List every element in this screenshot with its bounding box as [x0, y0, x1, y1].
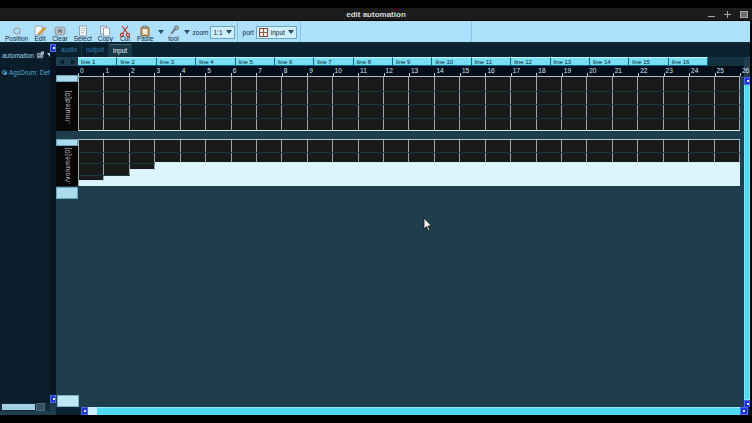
automation-cell[interactable]	[664, 140, 689, 186]
automation-cell[interactable]	[206, 140, 231, 186]
automation-cell[interactable]	[181, 140, 206, 186]
select-icon	[77, 23, 89, 35]
automation-cell[interactable]	[359, 140, 384, 186]
line-tab[interactable]: line 10	[432, 57, 471, 66]
copy-button[interactable]: Copy	[95, 22, 116, 42]
corner-widget	[57, 395, 79, 407]
line-tab[interactable]: line 7	[314, 57, 353, 66]
tool-label: tool	[168, 35, 178, 42]
automation-cell[interactable]	[511, 140, 536, 186]
tool-button[interactable]: tool	[165, 22, 183, 42]
automation-grid-muted[interactable]	[78, 76, 740, 131]
ruler-number: 26	[742, 67, 749, 75]
tab-output[interactable]: output	[82, 44, 109, 57]
automation-cell[interactable]	[486, 140, 511, 186]
maximize-icon[interactable]	[723, 10, 732, 19]
select-button[interactable]: Select	[71, 22, 95, 42]
titlebar: edit automation	[0, 8, 752, 21]
automation-cell[interactable]	[562, 140, 587, 186]
scope-tabs: audiooutputinput	[56, 44, 750, 57]
line-tab[interactable]: line 4	[196, 57, 235, 66]
automation-cell[interactable]	[638, 140, 663, 186]
horizontal-scrollbar-thumb[interactable]	[97, 407, 740, 415]
port-dropdown-arrow-icon	[288, 30, 294, 34]
line-tab[interactable]: line 14	[590, 57, 629, 66]
ruler-number: 15	[462, 67, 469, 75]
automation-cell[interactable]	[587, 140, 612, 186]
paste-icon	[139, 23, 151, 35]
ruler-number: 14	[436, 67, 443, 75]
lane-meter-volume	[56, 139, 78, 146]
tab-audio[interactable]: audio	[57, 44, 82, 57]
position-button[interactable]: Position	[2, 22, 31, 42]
scroll-right-button[interactable]	[67, 57, 78, 66]
sidebar-scroll-down-button[interactable]	[50, 395, 56, 403]
hscroll-right-button[interactable]	[740, 407, 748, 415]
zoom-combo[interactable]: 1:1	[210, 26, 234, 39]
automation-cell[interactable]	[333, 140, 358, 186]
sidebar-horizontal-scrollbar[interactable]	[0, 403, 50, 411]
sidebar-hscroll-box[interactable]	[36, 403, 45, 411]
line-tab[interactable]: line 11	[472, 57, 511, 66]
ruler-number: 13	[411, 67, 418, 75]
right-arrow-icon	[70, 59, 76, 65]
sidebar-item-agsdrum[interactable]: AgsDrum: Defau	[0, 65, 50, 77]
hscroll-segment	[88, 407, 97, 415]
line-tab[interactable]: line 1	[78, 57, 117, 66]
automation-cell[interactable]	[537, 140, 562, 186]
sidebar-item-label: AgsDrum: Defau	[9, 69, 50, 76]
clear-icon	[54, 23, 66, 35]
automation-cell[interactable]	[308, 140, 333, 186]
ruler-number: 2	[131, 67, 135, 75]
automation-cell[interactable]	[257, 140, 282, 186]
clear-button[interactable]: Clear	[49, 22, 71, 42]
port-combo[interactable]: input	[256, 26, 297, 39]
sidebar-header[interactable]: automation	[0, 44, 50, 65]
automation-cell[interactable]	[155, 140, 180, 186]
vertical-scrollbar-thumb[interactable]	[744, 84, 750, 400]
sidebar-hscroll-thumb[interactable]	[2, 404, 35, 410]
ruler-number: 8	[284, 67, 288, 75]
ruler-number: 22	[640, 67, 647, 75]
automation-cell[interactable]	[715, 140, 740, 186]
line-tab[interactable]: line 3	[157, 57, 196, 66]
lane-label-text: ./muted[0]	[64, 90, 71, 124]
automation-cell[interactable]	[435, 140, 460, 186]
ruler-number: 19	[564, 67, 571, 75]
automation-cell[interactable]	[460, 140, 485, 186]
automation-cell[interactable]	[613, 140, 638, 186]
tool-dropdown-arrow-icon[interactable]	[183, 22, 191, 42]
line-tab[interactable]: line 6	[275, 57, 314, 66]
line-tab[interactable]: line 8	[354, 57, 393, 66]
automation-cell[interactable]	[409, 140, 434, 186]
toolbar-button-label: Paste	[137, 35, 154, 42]
automation-grid-volume[interactable]	[78, 139, 740, 186]
cut-button[interactable]: Cut	[116, 22, 134, 42]
line-tab[interactable]: line 13	[551, 57, 590, 66]
edit-button[interactable]: Edit	[31, 22, 49, 42]
ruler-number: 25	[717, 67, 724, 75]
scroll-left-button[interactable]	[56, 57, 67, 66]
paste-dropdown-arrow-icon[interactable]	[157, 22, 165, 42]
paste-button[interactable]: Paste	[134, 22, 157, 42]
line-tab[interactable]: line 5	[236, 57, 275, 66]
automation-cell[interactable]	[384, 140, 409, 186]
scroll-up-button[interactable]	[744, 77, 750, 85]
ruler-number: 20	[589, 67, 596, 75]
hscroll-left-button[interactable]	[81, 407, 88, 415]
minimize-icon[interactable]	[707, 10, 716, 19]
automation-cell[interactable]	[232, 140, 257, 186]
automation-cell[interactable]	[689, 140, 714, 186]
ruler-tick	[740, 73, 741, 76]
line-tab[interactable]: line 15	[629, 57, 668, 66]
line-tab[interactable]: line 9	[393, 57, 432, 66]
toolbar-button-label: Clear	[52, 35, 68, 42]
automation-cell[interactable]	[282, 140, 307, 186]
ruler-number: 6	[233, 67, 237, 75]
close-icon[interactable]	[739, 10, 748, 19]
line-tab[interactable]: line 16	[669, 57, 708, 66]
line-tab[interactable]: line 12	[511, 57, 550, 66]
line-tab[interactable]: line 2	[117, 57, 156, 66]
grid-line	[79, 118, 740, 119]
tab-input[interactable]: input	[109, 44, 132, 57]
